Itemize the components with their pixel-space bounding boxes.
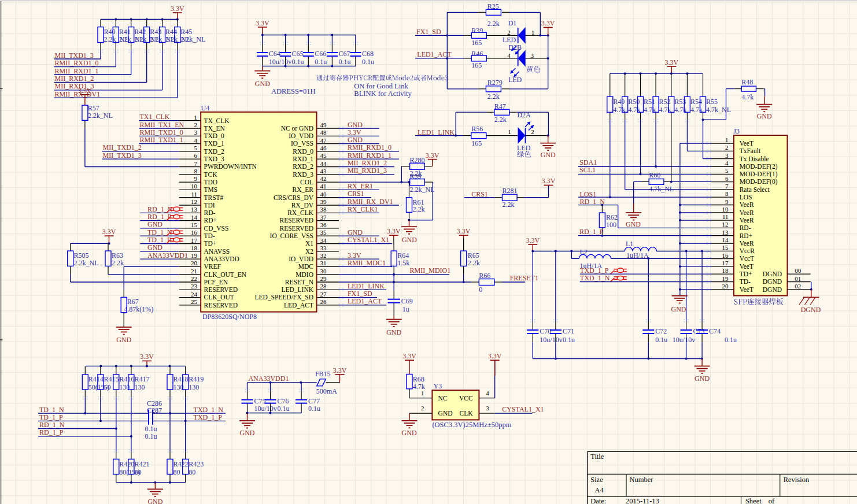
svg-text:RD+: RD+ <box>740 232 752 239</box>
svg-text:SDA1: SDA1 <box>579 158 597 166</box>
svg-text:20: 20 <box>722 283 729 290</box>
svg-text:11: 11 <box>191 191 197 198</box>
svg-text:R66: R66 <box>479 272 490 280</box>
svg-text:3.3V: 3.3V <box>387 227 401 235</box>
svg-text:0.1u: 0.1u <box>725 336 737 344</box>
svg-text:TDI: TDI <box>204 202 215 209</box>
svg-text:GND: GND <box>402 236 417 244</box>
svg-text:R422: R422 <box>173 460 189 468</box>
svg-text:TD_1_N: TD_1_N <box>147 228 172 236</box>
svg-text:MOD-DEF(0): MOD-DEF(0) <box>740 178 778 186</box>
svg-text:CLK_OUT: CLK_OUT <box>204 294 234 301</box>
svg-text:TRST#: TRST# <box>204 194 224 201</box>
svg-text:165: 165 <box>471 61 482 69</box>
svg-text:C71: C71 <box>563 327 574 335</box>
svg-text:4.87k(1%): 4.87k(1%) <box>124 305 153 313</box>
svg-text:R44: R44 <box>165 28 177 36</box>
svg-text:3: 3 <box>194 129 198 136</box>
svg-text:2.2k: 2.2k <box>413 205 425 213</box>
svg-text:3.3V: 3.3V <box>542 177 556 185</box>
svg-text:Number: Number <box>630 476 654 484</box>
svg-text:TXD_0: TXD_0 <box>204 132 224 139</box>
svg-text:15: 15 <box>191 221 198 228</box>
svg-text:GND: GND <box>348 136 363 144</box>
svg-text:34: 34 <box>320 237 327 244</box>
svg-text:4.7k_NL: 4.7k_NL <box>649 185 674 193</box>
svg-text:FX1_SD: FX1_SD <box>416 28 441 36</box>
svg-text:8: 8 <box>194 168 198 175</box>
svg-text:RXD_0: RXD_0 <box>293 148 313 155</box>
svg-text:36: 36 <box>320 221 327 228</box>
svg-text:Y3: Y3 <box>434 382 442 390</box>
svg-text:NC: NC <box>438 395 448 402</box>
svg-text:TX_EN: TX_EN <box>204 125 226 132</box>
svg-text:GND: GND <box>348 228 363 236</box>
svg-text:R49: R49 <box>613 98 625 106</box>
svg-text:TD+: TD+ <box>740 270 752 277</box>
svg-text:2.2k_NL: 2.2k_NL <box>410 186 435 194</box>
svg-text:C74: C74 <box>709 327 721 335</box>
svg-text:DP83620SQ/NOP8: DP83620SQ/NOP8 <box>202 313 257 321</box>
svg-text:100: 100 <box>606 221 616 229</box>
svg-text:2015-11-13: 2015-11-13 <box>626 497 659 504</box>
svg-text:19: 19 <box>722 275 729 282</box>
svg-text:FX1_SD: FX1_SD <box>348 290 372 298</box>
svg-text:35: 35 <box>320 229 327 236</box>
svg-text:R48: R48 <box>741 78 753 86</box>
svg-text:L2: L2 <box>579 248 587 256</box>
svg-text:GND: GND <box>240 429 255 437</box>
svg-text:8: 8 <box>725 190 729 197</box>
svg-text:3: 3 <box>530 52 534 59</box>
svg-text:IO_VSS: IO_VSS <box>291 140 313 147</box>
svg-text:C69: C69 <box>401 297 413 305</box>
svg-text:R419: R419 <box>189 375 204 383</box>
svg-text:Sheet: Sheet <box>745 497 762 504</box>
svg-text:7: 7 <box>194 160 198 167</box>
svg-text:23: 23 <box>191 283 198 290</box>
svg-text:MII_RXD1_2: MII_RXD1_2 <box>348 159 387 167</box>
svg-text:31: 31 <box>320 260 327 266</box>
svg-text:LED: LED <box>508 76 522 84</box>
svg-text:29: 29 <box>320 275 327 282</box>
svg-text:LED_LINK: LED_LINK <box>281 286 313 293</box>
svg-text:CLK: CLK <box>460 410 474 417</box>
svg-text:RD+: RD+ <box>204 217 217 224</box>
svg-text:33: 33 <box>320 244 327 251</box>
svg-text:TXD_3: TXD_3 <box>204 155 224 162</box>
svg-text:17: 17 <box>722 260 729 266</box>
svg-text:RMII_TX1_EN: RMII_TX1_EN <box>140 121 184 129</box>
svg-text:R47: R47 <box>494 102 506 110</box>
svg-text:VeeR: VeeR <box>740 201 754 208</box>
svg-text:R41: R41 <box>119 28 131 36</box>
svg-text:17: 17 <box>191 237 198 244</box>
svg-text:18: 18 <box>722 267 729 274</box>
svg-text:38: 38 <box>320 206 327 213</box>
svg-text:MDIO: MDIO <box>295 271 313 278</box>
svg-text:R279: R279 <box>487 79 503 87</box>
svg-text:RD-: RD- <box>740 224 751 231</box>
svg-text:R39: R39 <box>471 27 483 35</box>
svg-text:10: 10 <box>191 183 198 190</box>
svg-text:39: 39 <box>320 198 327 205</box>
svg-text:47: 47 <box>320 137 327 144</box>
svg-text:24: 24 <box>191 291 198 298</box>
svg-text:Rata Select: Rata Select <box>740 186 770 193</box>
svg-text:3.3V: 3.3V <box>665 58 679 66</box>
svg-text:10u/10v: 10u/10v <box>540 336 562 344</box>
svg-text:TX_CLK: TX_CLK <box>204 117 230 124</box>
svg-text:R63: R63 <box>112 251 123 260</box>
svg-text:DGND: DGND <box>763 270 782 277</box>
svg-text:46: 46 <box>320 144 327 151</box>
svg-text:2: 2 <box>194 121 198 128</box>
svg-text:RESERVED: RESERVED <box>204 302 238 309</box>
svg-text:48: 48 <box>320 129 327 136</box>
svg-text:0.1u: 0.1u <box>315 58 327 66</box>
svg-text:GND: GND <box>348 121 363 129</box>
svg-text:80: 80 <box>134 468 141 476</box>
svg-text:LED: LED <box>517 144 531 152</box>
svg-text:14: 14 <box>191 214 198 221</box>
svg-text:40: 40 <box>320 191 327 198</box>
svg-text:1u: 1u <box>402 305 409 313</box>
svg-text:RMII_RXD1_1: RMII_RXD1_1 <box>348 151 391 160</box>
svg-text:1: 1 <box>508 128 511 135</box>
